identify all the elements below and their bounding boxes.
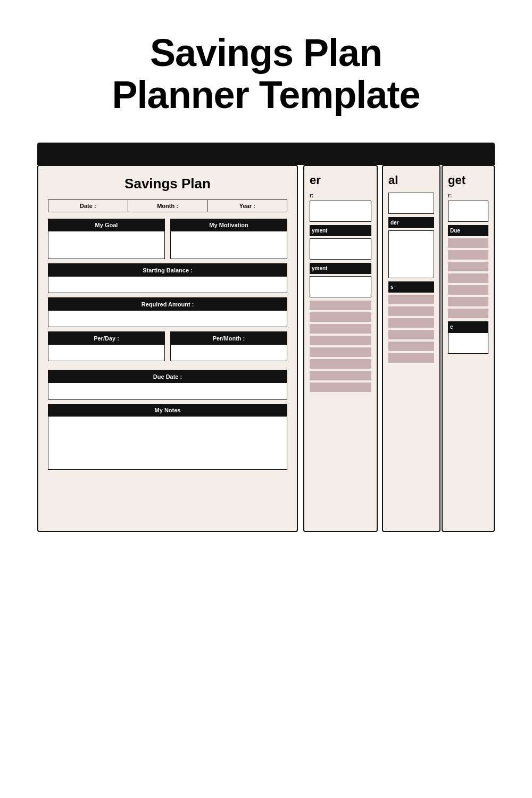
card4-stripe-4 [448,273,488,283]
goal-motivation-row: My Goal My Motivation [48,219,287,259]
required-amount-field[interactable] [48,311,287,327]
card4-bottom-field [448,332,488,354]
per-day-month-row: Per/Day : Per/Month : [48,331,287,365]
my-motivation-box: My Motivation [170,219,287,259]
card3-stripe-4 [388,330,434,339]
card-fourth: get r: Due e [442,165,495,532]
per-day-label: Per/Day : [48,332,164,345]
per-month-block: Per/Month : [170,331,287,361]
my-notes-field[interactable] [48,417,287,470]
card4-stripe-2 [448,250,488,260]
card3-title: al [388,173,434,187]
card2-stripe-4 [310,336,371,345]
month-cell: Month : [128,200,208,212]
card3-label2: s [388,281,434,293]
card4-stripe-5 [448,285,488,295]
card-second: er r: yment yment [303,165,378,532]
card3-stripe-6 [388,353,434,363]
card2-stripe-1 [310,301,371,310]
card2-field3 [310,276,371,297]
starting-balance-field[interactable] [48,277,287,293]
card-stack: get r: Due e al der s er r: yment yment [37,143,495,536]
required-amount-label: Required Amount : [48,298,287,311]
card3-label1: der [388,217,434,228]
card4-white-field [448,201,488,222]
card4-label1: Due [448,225,488,236]
year-cell: Year : [207,200,287,212]
card2-field2 [310,238,371,260]
card2-white-field [310,201,371,222]
my-motivation-field[interactable] [170,231,287,259]
card4-stripe-1 [448,238,488,248]
card3-white-field [388,193,434,214]
my-motivation-label: My Motivation [170,219,287,231]
page-title: Savings Plan Planner Template [112,32,420,116]
starting-balance-label: Starting Balance : [48,264,287,277]
per-month-label: Per/Month : [171,332,287,345]
card4-field1: r: [448,193,488,198]
my-goal-box: My Goal [48,219,165,259]
card2-stripe-2 [310,312,371,322]
card-third: al der s [382,165,440,532]
card4-title: get [448,173,488,187]
card4-stripe-3 [448,262,488,271]
due-date-block: Due Date : [48,370,287,400]
per-month-field[interactable] [171,345,287,361]
my-notes-label: My Notes [48,404,287,417]
date-row: Date : Month : Year : [48,200,287,212]
date-cell: Date : [48,200,128,212]
my-goal-label: My Goal [48,219,165,231]
due-date-label: Due Date : [48,370,287,383]
card4-stripe-7 [448,309,488,318]
card3-border-box [388,230,434,278]
card2-stripe-8 [310,383,371,392]
card3-stripe-5 [388,342,434,351]
savings-plan-title: Savings Plan [48,176,287,192]
required-amount-block: Required Amount : [48,297,287,327]
card4-stripe-6 [448,297,488,306]
card2-stripe-7 [310,371,371,380]
per-day-block: Per/Day : [48,331,165,361]
card3-stripe-3 [388,318,434,328]
card2-stripe-5 [310,347,371,357]
card4-label2: e [448,321,488,332]
card2-stripe-3 [310,324,371,334]
card2-label2: yment [310,263,371,274]
starting-balance-block: Starting Balance : [48,263,287,293]
due-date-field[interactable] [48,383,287,399]
card2-title: er [310,173,371,187]
my-goal-field[interactable] [48,231,165,259]
per-month-col: Per/Month : [170,331,287,365]
card2-label1: yment [310,225,371,236]
per-day-col: Per/Day : [48,331,165,365]
card3-stripe-1 [388,295,434,304]
card3-stripe-2 [388,306,434,316]
my-notes-block: My Notes [48,404,287,470]
stack-top-bar [37,143,495,165]
card-main: Savings Plan Date : Month : Year : My Go… [37,165,298,532]
per-day-field[interactable] [48,345,164,361]
card2-stripe-6 [310,359,371,369]
card2-field1: r: [310,193,371,198]
